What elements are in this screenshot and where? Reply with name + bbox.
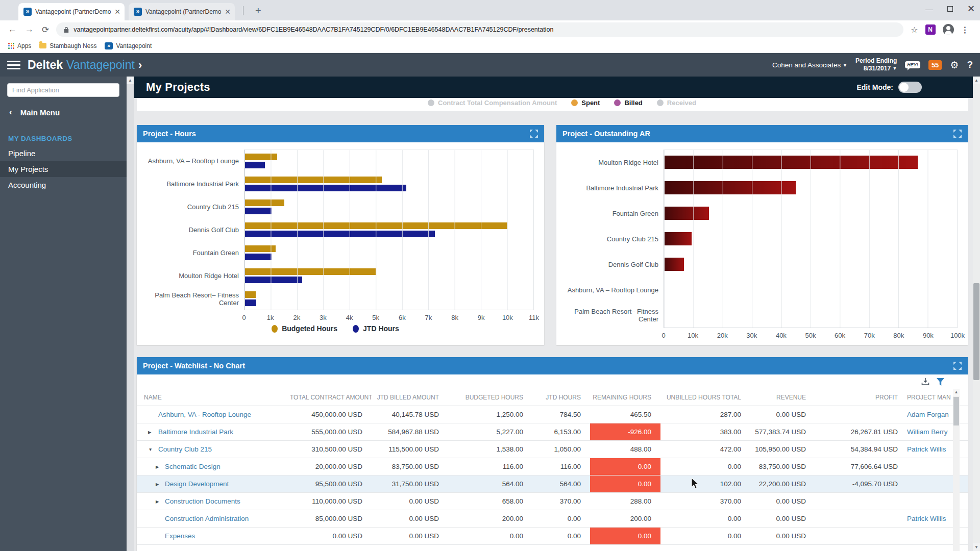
column-header[interactable]: TOTAL CONTRACT AMOUNT [290,394,372,401]
notification-count-badge[interactable]: 55 [928,60,942,70]
revenue-cell: 83,750.00 USD [750,463,815,470]
apps-shortcut[interactable]: Apps [8,42,31,49]
legend-dot-icon [614,99,621,106]
expand-icon[interactable] [953,130,962,138]
window-restore-button[interactable] [947,6,953,12]
budgeted-hours-cell: 116.00 [448,463,532,470]
download-icon[interactable] [921,378,929,386]
edit-mode-toggle[interactable] [898,82,922,93]
project-name-link[interactable]: Schematic Design [165,463,220,470]
hey-notifications-icon[interactable]: HEY! [905,61,920,68]
project-name-link[interactable]: Construction Administration [165,515,249,522]
filter-icon[interactable] [937,378,944,386]
hamburger-menu-icon[interactable] [7,59,20,71]
bookmark-stambaugh-ness[interactable]: Stambaugh Ness [39,42,96,49]
expand-row-icon[interactable]: ▶ [156,499,159,504]
tab-close-icon[interactable]: ✕ [225,8,231,16]
column-header[interactable]: NAME [137,394,290,401]
table-scrollbar[interactable]: ▲ [953,389,960,551]
vantagepoint-favicon-icon: » [134,8,142,16]
browser-tab-1[interactable]: » Vantagepoint (PartnerDemo_AE_ ✕ [18,3,125,20]
legend-label: Received [667,99,696,107]
remaining-hours-cell: 288.00 [590,497,660,505]
page-scrollbar[interactable]: ▲ ▼ [973,77,980,551]
project-name-link[interactable]: Design Development [165,480,229,488]
browser-tab-2[interactable]: » Vantagepoint (PartnerDemo_AE_ ✕ [129,3,235,20]
table-row[interactable]: Construction Administration85,000.00 USD… [137,510,968,528]
axis-tick-label: 40k [776,332,787,339]
unbilled-hours-cell: 102.00 [660,480,750,488]
column-header[interactable]: UNBILLED HOURS TOTAL [660,394,750,401]
new-tab-button[interactable]: + [255,5,261,17]
collapse-row-icon[interactable]: ▼ [149,447,153,452]
sidebar-item-pipeline[interactable]: Pipeline [0,145,127,161]
table-row[interactable]: ▼Country Club 215310,500.00 USD115,500.0… [137,441,968,458]
legend-item[interactable]: Billed [614,99,642,107]
expand-row-icon[interactable]: ▶ [156,482,159,487]
column-header[interactable]: REVENUE [750,394,815,401]
window-minimize-button[interactable]: — [925,5,933,13]
table-row[interactable]: ▶Schematic Design20,000.00 USD83,750.00 … [137,458,968,475]
scroll-down-icon[interactable]: ▼ [973,543,980,551]
sidebar-item-my-projects[interactable]: My Projects [0,161,127,177]
find-application-input[interactable] [7,83,119,97]
table-row[interactable]: Ashburn, VA - Rooftop Lounge450,000.00 U… [137,406,968,423]
brand-chevron-icon[interactable]: › [138,59,142,72]
legend-item[interactable]: JTD Hours [353,324,399,333]
column-header[interactable]: JTD HOURS [532,394,590,401]
project-name-link[interactable]: Baltimore Industrial Park [158,428,233,436]
column-header[interactable]: PROFIT [815,394,907,401]
column-header[interactable]: JTD BILLED AMOUNT [372,394,448,401]
legend-item[interactable]: Spent [571,99,600,107]
window-close-button[interactable]: ✕ [967,3,975,14]
scroll-up-icon[interactable]: ▲ [953,389,960,396]
expand-row-icon[interactable]: ▶ [148,430,151,435]
profit-cell: -4,095.70 USD [815,480,907,488]
bookmark-vantagepoint[interactable]: » Vantagepoint [105,42,152,49]
legend-item[interactable]: Received [657,99,696,107]
period-ending-selector[interactable]: Period Ending 8/31/2017 ▼ [855,57,897,73]
refresh-button[interactable]: ⟳ [42,24,49,35]
scrollbar-thumb[interactable] [953,397,959,425]
legend-item[interactable]: Budgeted Hours [272,324,337,333]
expand-row-icon[interactable]: ▶ [156,464,159,469]
back-button[interactable]: ← [8,24,17,35]
company-selector[interactable]: Cohen and Associates ▼ [772,61,847,69]
project-name-link[interactable]: Country Club 215 [158,445,212,453]
project-name-link[interactable]: Construction Documents [165,497,240,505]
forward-button[interactable]: → [25,24,34,35]
help-icon[interactable]: ? [967,59,973,70]
column-header[interactable]: REMAINING HOURS [590,394,660,401]
profile-avatar-icon[interactable] [943,24,954,35]
project-name-link[interactable]: Expenses [165,532,195,540]
content-left-scrollbar[interactable]: ▲ [127,77,134,551]
tab-close-icon[interactable]: ✕ [114,8,120,16]
onenote-extension-icon[interactable]: N [925,24,936,35]
sidebar-item-accounting[interactable]: Accounting [0,177,127,193]
my-dashboards-section-label: MY DASHBOARDS [8,135,127,142]
scrollbar-thumb[interactable] [973,283,979,380]
main-menu-back[interactable]: ‹ Main Menu [9,107,127,117]
browser-menu-icon[interactable]: ⋮ [961,25,969,35]
expand-icon[interactable] [953,362,962,370]
settings-gear-icon[interactable]: ⚙ [950,59,959,71]
browser-tab-bar: » Vantagepoint (PartnerDemo_AE_ ✕ » Vant… [0,0,980,20]
expand-icon[interactable] [530,130,538,138]
bookmark-label: Stambaugh Ness [50,42,96,49]
project-name-link[interactable]: Ashburn, VA - Rooftop Lounge [158,411,251,418]
legend-item[interactable]: Contract Total Compensation Amount [428,99,557,107]
address-bar[interactable]: vantagepointpartner.deltekfirst.com/acui… [56,22,903,37]
axis-tick-label: 80k [893,332,904,339]
axis-tick-label: 7k [425,314,432,321]
scroll-up-icon[interactable]: ▲ [127,77,134,84]
scroll-up-icon[interactable]: ▲ [973,77,980,84]
table-row[interactable]: ▶Construction Documents110,000.00 USD0.0… [137,493,968,510]
bookmark-star-icon[interactable]: ☆ [911,25,918,35]
table-row[interactable]: ▶Design Development95,500.00 USD31,750.0… [137,475,968,493]
axis-tick-label: 100k [950,332,965,339]
table-row[interactable]: Expenses0.00 USD0.00 USD0.000.000.000.00… [137,528,968,545]
table-row[interactable]: ▶Baltimore Industrial Park555,000.00 USD… [137,423,968,441]
column-header[interactable]: BUDGETED HOURS [448,394,532,401]
jtd-billed-cell: 0.00 USD [372,497,448,505]
vantagepoint-favicon-icon: » [23,8,32,16]
